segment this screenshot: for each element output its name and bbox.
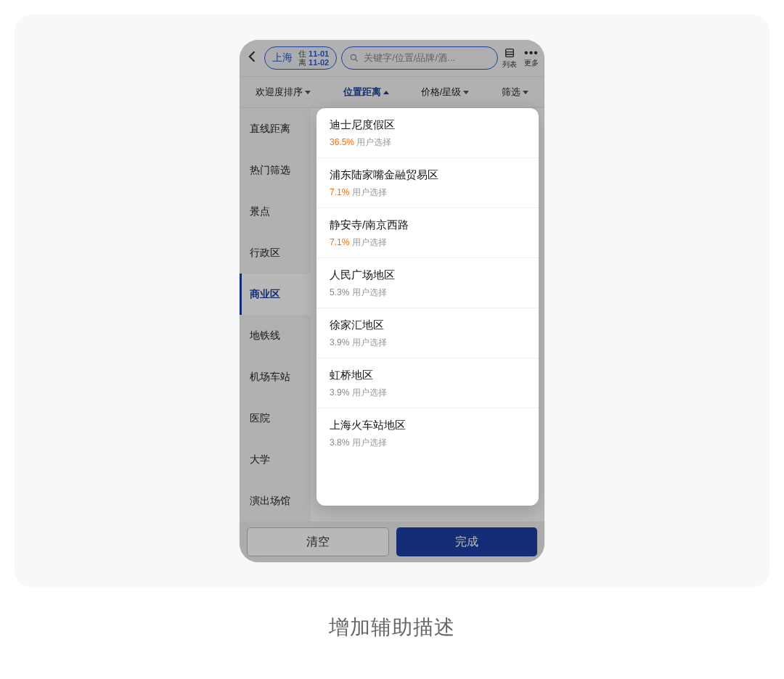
figure-caption: 增加辅助描述 <box>329 614 455 641</box>
popup-option[interactable]: 浦东陆家嘴金融贸易区7.1% 用户选择 <box>317 158 539 208</box>
popup-option-sub: 7.1% 用户选择 <box>330 186 526 199</box>
filter-tab-label: 欢迎度排序 <box>256 86 303 99</box>
popup-option-pct: 7.1% <box>330 187 349 197</box>
popup-option-title: 上海火车站地区 <box>330 419 526 432</box>
popup-option-title: 徐家汇地区 <box>330 318 526 332</box>
chevron-down-icon <box>463 91 469 94</box>
popup-option-pct: 3.9% <box>330 337 349 347</box>
popup-option-suffix: 用户选择 <box>349 387 386 398</box>
popup-option-sub: 36.5% 用户选择 <box>330 136 526 149</box>
popup-option-pct: 3.9% <box>330 387 349 398</box>
topbar: 上海 住 11-01 离 11-02 关键字/位置/品牌/酒... 列表 <box>240 40 544 76</box>
popup-option-suffix: 用户选择 <box>349 437 386 448</box>
city-label: 上海 <box>272 52 293 65</box>
popup-option-sub: 3.8% 用户选择 <box>330 437 526 449</box>
sidebar-item[interactable]: 商业区 <box>240 273 311 315</box>
popup-option-sub: 3.9% 用户选择 <box>330 387 526 399</box>
filter-tab[interactable]: 欢迎度排序 <box>256 86 311 99</box>
popup-option[interactable]: 徐家汇地区3.9% 用户选择 <box>317 308 539 358</box>
phone-frame: 上海 住 11-01 离 11-02 关键字/位置/品牌/酒... 列表 <box>240 40 544 562</box>
chevron-up-icon <box>383 91 389 94</box>
svg-point-0 <box>351 54 356 59</box>
popup-option-suffix: 用户选择 <box>349 187 386 197</box>
popup-option[interactable]: 迪士尼度假区36.5% 用户选择 <box>317 108 539 158</box>
sidebar-item[interactable]: 直线距离 <box>240 108 311 149</box>
more-button[interactable]: ••• 更多 <box>524 49 539 68</box>
popup-option-title: 人民广场地区 <box>330 268 526 282</box>
search-placeholder: 关键字/位置/品牌/酒... <box>364 52 455 65</box>
done-button[interactable]: 完成 <box>396 527 537 556</box>
sidebar-item[interactable]: 医院 <box>240 398 311 439</box>
svg-rect-2 <box>506 49 514 57</box>
list-view-button[interactable]: 列表 <box>502 47 517 70</box>
popup-option-title: 迪士尼度假区 <box>330 118 526 132</box>
popup-option-suffix: 用户选择 <box>349 237 386 247</box>
clear-button[interactable]: 清空 <box>247 527 389 556</box>
popup-option-title: 浦东陆家嘴金融贸易区 <box>330 168 526 182</box>
popup-option[interactable]: 人民广场地区5.3% 用户选择 <box>317 258 539 308</box>
popup-option-suffix: 用户选择 <box>354 137 391 147</box>
sidebar-item[interactable]: 地铁线 <box>240 315 311 356</box>
back-icon[interactable] <box>245 49 260 67</box>
category-sidebar: 直线距离热门筛选景点行政区商业区地铁线机场车站医院大学演出场馆 <box>240 108 311 522</box>
popup-option-title: 静安寺/南京西路 <box>330 218 526 232</box>
search-input[interactable]: 关键字/位置/品牌/酒... <box>341 46 498 70</box>
popup-option-sub: 3.9% 用户选择 <box>330 337 526 349</box>
filter-tab-label: 价格/星级 <box>421 86 462 99</box>
popup-option[interactable]: 静安寺/南京西路7.1% 用户选择 <box>317 208 539 258</box>
figure-card: 上海 住 11-01 离 11-02 关键字/位置/品牌/酒... 列表 <box>15 15 769 588</box>
svg-line-1 <box>356 59 358 62</box>
filter-tabs: 欢迎度排序位置距离价格/星级筛选 <box>240 76 544 108</box>
sidebar-item[interactable]: 演出场馆 <box>240 480 311 522</box>
bottom-bar: 清空 完成 <box>240 522 544 562</box>
popup-option-pct: 5.3% <box>330 287 349 297</box>
filter-tab-label: 筛选 <box>502 86 520 99</box>
chevron-down-icon <box>305 91 311 94</box>
date-range: 住 11-01 离 11-02 <box>298 49 329 67</box>
popup-option[interactable]: 虹桥地区3.9% 用户选择 <box>317 358 539 408</box>
popup-option-suffix: 用户选择 <box>349 337 386 347</box>
city-date-pill[interactable]: 上海 住 11-01 离 11-02 <box>264 46 337 70</box>
sidebar-item[interactable]: 热门筛选 <box>240 149 311 191</box>
popup-option-pct: 3.8% <box>330 437 349 448</box>
popup-option-suffix: 用户选择 <box>349 287 386 297</box>
chevron-down-icon <box>523 91 528 94</box>
topbar-actions: 列表 ••• 更多 <box>502 47 539 70</box>
filter-tab[interactable]: 筛选 <box>502 86 528 99</box>
filter-tab[interactable]: 价格/星级 <box>421 86 470 99</box>
location-popup: 迪士尼度假区36.5% 用户选择浦东陆家嘴金融贸易区7.1% 用户选择静安寺/南… <box>317 108 539 506</box>
sidebar-item[interactable]: 行政区 <box>240 232 311 273</box>
popup-option-sub: 7.1% 用户选择 <box>330 236 526 249</box>
sidebar-item[interactable]: 景点 <box>240 191 311 232</box>
sidebar-item[interactable]: 机场车站 <box>240 356 311 398</box>
popup-option-pct: 36.5% <box>330 137 354 147</box>
popup-option[interactable]: 上海火车站地区3.8% 用户选择 <box>317 408 539 458</box>
popup-option-title: 虹桥地区 <box>330 369 526 382</box>
sidebar-item[interactable]: 大学 <box>240 439 311 480</box>
filter-tab[interactable]: 位置距离 <box>343 86 389 99</box>
filter-tab-label: 位置距离 <box>343 86 381 99</box>
popup-option-sub: 5.3% 用户选择 <box>330 287 526 299</box>
more-icon: ••• <box>524 49 539 57</box>
popup-option-pct: 7.1% <box>330 237 349 247</box>
